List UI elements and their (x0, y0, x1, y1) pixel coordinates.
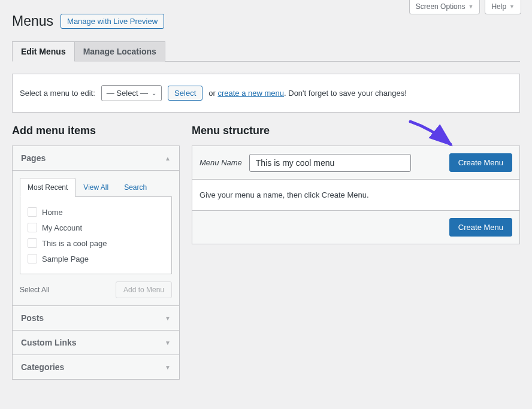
custom-links-header-label: Custom Links (21, 338, 77, 347)
pages-list: Home My Account This is a cool page Samp… (20, 196, 172, 274)
add-items-title: Add menu items (12, 125, 180, 137)
chevron-down-icon: ▼ (165, 364, 171, 371)
menu-select-dropdown[interactable]: — Select — ⌄ (101, 85, 162, 101)
categories-header-label: Categories (21, 362, 64, 372)
menu-name-label: Menu Name (200, 158, 242, 167)
chevron-down-icon: ▼ (468, 4, 473, 10)
select-all-link[interactable]: Select All (20, 286, 49, 294)
checkbox[interactable] (28, 238, 37, 248)
select-menu-label: Select a menu to edit: (20, 89, 95, 98)
notice-rest: . Don't forget to save your changes! (284, 89, 407, 98)
tab-view-all[interactable]: View All (75, 178, 116, 197)
create-menu-button[interactable]: Create Menu (449, 153, 512, 172)
live-preview-button[interactable]: Manage with Live Preview (61, 14, 164, 29)
tab-edit-menus[interactable]: Edit Menus (12, 41, 75, 62)
accordion-pages[interactable]: Pages ▲ (13, 146, 179, 171)
page-label: Sample Page (42, 255, 89, 263)
tab-manage-locations[interactable]: Manage Locations (75, 41, 165, 62)
list-item[interactable]: Sample Page (28, 251, 164, 266)
select-button[interactable]: Select (168, 86, 202, 101)
chevron-down-icon: ⌄ (152, 90, 156, 96)
tab-most-recent[interactable]: Most Recent (20, 178, 75, 197)
accordion-pages-body: Most Recent View All Search Home My Acco… (13, 171, 179, 306)
page-label: This is a cool page (42, 239, 107, 248)
add-to-menu-button[interactable]: Add to Menu (116, 281, 172, 298)
page-label: My Account (42, 223, 82, 232)
help-label: Help (491, 2, 506, 11)
menu-structure-title: Menu structure (192, 125, 520, 137)
screen-options-label: Screen Options (416, 2, 466, 11)
menu-structure-body: Give your menu a name, then click Create… (192, 180, 519, 211)
accordion-posts[interactable]: Posts ▼ (13, 306, 179, 331)
checkbox[interactable] (28, 207, 37, 217)
tab-search[interactable]: Search (116, 178, 155, 197)
accordion-custom-links[interactable]: Custom Links ▼ (13, 331, 179, 355)
checkbox[interactable] (28, 254, 37, 263)
menu-name-input[interactable] (249, 154, 411, 172)
accordion-categories[interactable]: Categories ▼ (13, 355, 179, 379)
pages-header-label: Pages (21, 153, 46, 163)
menu-select-value: — Select — (107, 89, 148, 98)
list-item[interactable]: Home (28, 204, 164, 220)
page-label: Home (42, 208, 63, 217)
chevron-down-icon: ▼ (165, 315, 171, 322)
create-new-menu-link[interactable]: create a new menu (217, 89, 284, 98)
help-button[interactable]: Help ▼ (485, 0, 521, 14)
screen-options-button[interactable]: Screen Options ▼ (409, 0, 480, 14)
chevron-up-icon: ▲ (165, 155, 171, 162)
list-item[interactable]: This is a cool page (28, 235, 164, 251)
page-title: Menus (12, 13, 53, 29)
or-text: or (208, 89, 216, 98)
checkbox[interactable] (28, 223, 37, 232)
list-item[interactable]: My Account (28, 220, 164, 235)
chevron-down-icon: ▼ (165, 340, 171, 346)
posts-header-label: Posts (21, 313, 44, 323)
chevron-down-icon: ▼ (509, 4, 515, 10)
create-menu-button-footer[interactable]: Create Menu (449, 218, 512, 237)
select-menu-notice: Select a menu to edit: — Select — ⌄ Sele… (12, 74, 520, 113)
